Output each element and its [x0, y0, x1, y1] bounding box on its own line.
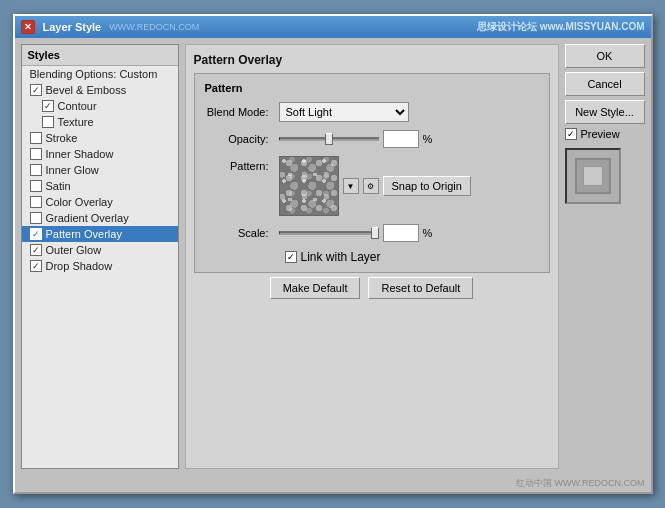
scale-slider-thumb[interactable]	[371, 227, 379, 239]
outer-glow-checkbox[interactable]	[30, 244, 42, 256]
pattern-label: Pattern:	[205, 156, 275, 172]
sidebar-item-stroke[interactable]: Stroke	[22, 130, 178, 146]
pattern-preview[interactable]	[279, 156, 339, 216]
title-watermark-right: 思绿设计论坛 www.MISSYUAN.COM	[477, 20, 644, 34]
dialog-title: Layer Style	[43, 21, 102, 33]
gradient-overlay-checkbox[interactable]	[30, 212, 42, 224]
sidebar-item-pattern-overlay[interactable]: Pattern Overlay	[22, 226, 178, 242]
blend-mode-select[interactable]: Soft Light Normal Multiply Screen Overla…	[279, 102, 409, 122]
preview-checkbox[interactable]	[565, 128, 577, 140]
pattern-overlay-checkbox[interactable]	[30, 228, 42, 240]
reset-to-default-button[interactable]: Reset to Default	[368, 277, 473, 299]
blend-mode-label: Blend Mode:	[205, 106, 275, 118]
new-style-button[interactable]: New Style...	[565, 100, 645, 124]
gradient-overlay-label: Gradient Overlay	[46, 212, 129, 224]
sidebar-item-drop-shadow[interactable]: Drop Shadow	[22, 258, 178, 274]
texture-checkbox[interactable]	[42, 116, 54, 128]
pattern-selector-row: ▼ ⚙ Snap to Origin	[279, 156, 471, 216]
sidebar-item-inner-glow[interactable]: Inner Glow	[22, 162, 178, 178]
sidebar-item-satin[interactable]: Satin	[22, 178, 178, 194]
sidebar-item-bevel-emboss[interactable]: Bevel & Emboss	[22, 82, 178, 98]
scale-label: Scale:	[205, 227, 275, 239]
pattern-dropdown-btn[interactable]: ▼	[343, 178, 359, 194]
preview-label: Preview	[581, 128, 620, 140]
sidebar-item-contour[interactable]: Contour	[22, 98, 178, 114]
title-bar-left: ✕ Layer Style WWW.REDOCN.COM	[21, 20, 200, 34]
opacity-slider[interactable]	[279, 132, 379, 146]
styles-panel: Styles Blending Options: Custom Bevel & …	[21, 44, 179, 469]
section-title: Pattern Overlay	[194, 53, 550, 67]
color-overlay-label: Color Overlay	[46, 196, 113, 208]
stroke-label: Stroke	[46, 132, 78, 144]
scale-percent: %	[423, 227, 433, 239]
styles-list: Blending Options: Custom Bevel & Emboss …	[22, 66, 178, 468]
opacity-row: Opacity: 50 %	[205, 130, 539, 148]
outer-glow-label: Outer Glow	[46, 244, 102, 256]
scale-slider[interactable]	[279, 226, 379, 240]
settings-panel: Pattern Overlay Pattern Blend Mode: Soft…	[185, 44, 559, 469]
pattern-row: Pattern: ▼ ⚙ Snap to Origin	[205, 156, 539, 216]
ok-button[interactable]: OK	[565, 44, 645, 68]
pattern-overlay-label: Pattern Overlay	[46, 228, 122, 240]
contour-checkbox[interactable]	[42, 100, 54, 112]
opacity-slider-container: 50 %	[279, 130, 433, 148]
layer-style-dialog: ✕ Layer Style WWW.REDOCN.COM 思绿设计论坛 www.…	[13, 14, 653, 494]
main-content: Pattern Overlay Pattern Blend Mode: Soft…	[185, 44, 559, 469]
scale-row: Scale: 100 %	[205, 224, 539, 242]
sidebar-item-blending-options[interactable]: Blending Options: Custom	[22, 66, 178, 82]
preview-check-row: Preview	[565, 128, 645, 140]
inner-shadow-checkbox[interactable]	[30, 148, 42, 160]
drop-shadow-label: Drop Shadow	[46, 260, 113, 272]
opacity-slider-thumb[interactable]	[325, 133, 333, 145]
sidebar-item-color-overlay[interactable]: Color Overlay	[22, 194, 178, 210]
bevel-emboss-label: Bevel & Emboss	[46, 84, 127, 96]
dialog-body: Styles Blending Options: Custom Bevel & …	[15, 38, 651, 475]
scale-value-input[interactable]: 100	[383, 224, 419, 242]
styles-header: Styles	[22, 45, 178, 66]
cancel-button[interactable]: Cancel	[565, 72, 645, 96]
satin-checkbox[interactable]	[30, 180, 42, 192]
title-bar: ✕ Layer Style WWW.REDOCN.COM 思绿设计论坛 www.…	[15, 16, 651, 38]
title-watermark-left: WWW.REDOCN.COM	[109, 22, 199, 32]
bevel-emboss-checkbox[interactable]	[30, 84, 42, 96]
close-button[interactable]: ✕	[21, 20, 35, 34]
sidebar-item-inner-shadow[interactable]: Inner Shadow	[22, 146, 178, 162]
blend-mode-row: Blend Mode: Soft Light Normal Multiply S…	[205, 102, 539, 122]
thumb-icon	[583, 166, 603, 186]
pattern-options-btn[interactable]: ⚙	[363, 178, 379, 194]
right-panel: OK Cancel New Style... Preview	[565, 44, 645, 469]
make-default-button[interactable]: Make Default	[270, 277, 361, 299]
sidebar-item-outer-glow[interactable]: Outer Glow	[22, 242, 178, 258]
pattern-sub-section: Pattern Blend Mode: Soft Light Normal Mu…	[194, 73, 550, 273]
color-overlay-checkbox[interactable]	[30, 196, 42, 208]
contour-label: Contour	[58, 100, 97, 112]
link-with-layer-checkbox[interactable]	[285, 251, 297, 263]
stroke-checkbox[interactable]	[30, 132, 42, 144]
sidebar-item-texture[interactable]: Texture	[22, 114, 178, 130]
blending-options-label: Blending Options: Custom	[30, 68, 158, 80]
pattern-options-icon: ⚙	[367, 182, 374, 191]
opacity-percent: %	[423, 133, 433, 145]
bottom-buttons-row: Make Default Reset to Default	[194, 273, 550, 299]
sidebar-item-gradient-overlay[interactable]: Gradient Overlay	[22, 210, 178, 226]
opacity-label: Opacity:	[205, 133, 275, 145]
link-with-layer-label: Link with Layer	[301, 250, 381, 264]
preview-thumbnail	[565, 148, 621, 204]
drop-shadow-checkbox[interactable]	[30, 260, 42, 272]
sub-section-title: Pattern	[205, 82, 539, 94]
scale-slider-track	[279, 232, 379, 235]
inner-shadow-label: Inner Shadow	[46, 148, 114, 160]
snap-to-origin-button[interactable]: Snap to Origin	[383, 176, 471, 196]
scale-slider-container: 100 %	[279, 224, 433, 242]
satin-label: Satin	[46, 180, 71, 192]
opacity-value-input[interactable]: 50	[383, 130, 419, 148]
inner-glow-checkbox[interactable]	[30, 164, 42, 176]
thumb-inner	[575, 158, 611, 194]
inner-glow-label: Inner Glow	[46, 164, 99, 176]
link-with-layer-row: Link with Layer	[205, 250, 539, 264]
pattern-bg	[280, 157, 338, 215]
bottom-watermark: 红动中国 WWW.REDOCN.COM	[15, 475, 651, 492]
texture-label: Texture	[58, 116, 94, 128]
